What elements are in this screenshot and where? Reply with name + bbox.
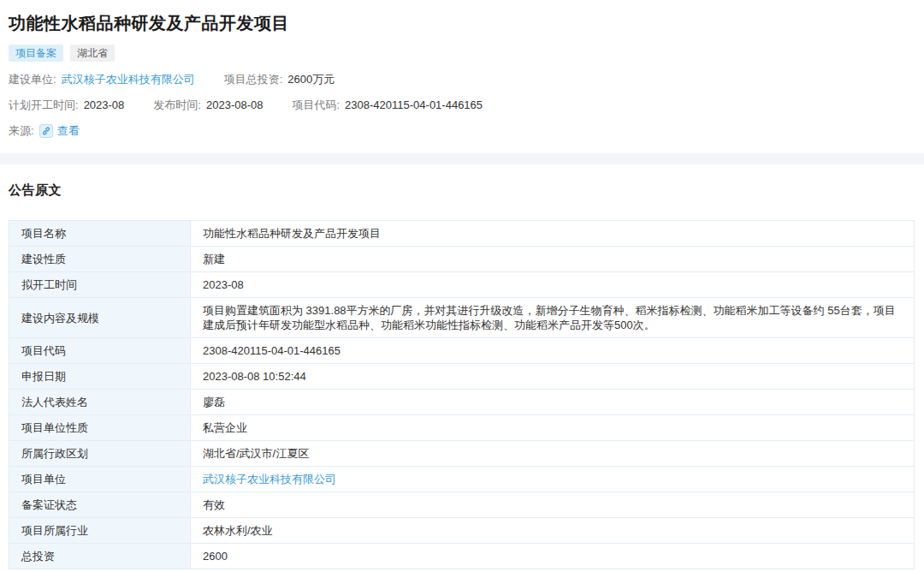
header-block: 功能性水稻品种研发及产品开发项目 项目备案 湖北省 建设单位: 武汉核子农业科技… [0, 0, 924, 139]
meta-line-source: 来源: 查看 [9, 123, 915, 139]
row-label: 项目单位性质 [9, 415, 191, 441]
row-value: 有效 [191, 492, 915, 518]
tag-project-record: 项目备案 [9, 45, 63, 62]
table-row: 总投资2600 [9, 544, 915, 569]
meta-publish-time: 发布时间: 2023-08-08 [153, 98, 263, 113]
announcement-section-title: 公告原文 [9, 164, 915, 199]
table-row: 申报日期2023-08-08 10:52:44 [9, 364, 915, 390]
project-detail-page: 功能性水稻品种研发及产品开发项目 项目备案 湖北省 建设单位: 武汉核子农业科技… [0, 0, 924, 569]
table-row: 项目所属行业农林水利/农业 [9, 518, 915, 544]
row-value[interactable]: 武汉核子农业科技有限公司 [191, 467, 915, 492]
table-row: 项目名称功能性水稻品种研发及产品开发项目 [9, 221, 915, 247]
plan-start-value: 2023-08 [84, 98, 125, 113]
meta-builder: 建设单位: 武汉核子农业科技有限公司 [9, 72, 195, 87]
meta-plan-start: 计划开工时间: 2023-08 [9, 98, 124, 113]
announcement-table: 项目名称功能性水稻品种研发及产品开发项目建设性质新建拟开工时间2023-08建设… [9, 220, 915, 569]
meta-project-code: 项目代码: 2308-420115-04-01-446165 [292, 98, 483, 113]
source-view-link[interactable]: 查看 [39, 123, 80, 139]
plan-start-label: 计划开工时间: [9, 98, 79, 113]
table-row: 拟开工时间2023-08 [9, 272, 915, 298]
row-label: 项目名称 [9, 221, 191, 247]
row-value: 2308-420115-04-01-446165 [191, 338, 915, 364]
link-icon[interactable] [39, 124, 53, 138]
investment-label: 项目总投资: [224, 72, 283, 87]
project-code-label: 项目代码: [292, 98, 340, 113]
table-row: 项目单位武汉核子农业科技有限公司 [9, 467, 915, 492]
row-label: 拟开工时间 [9, 272, 191, 298]
row-value: 2023-08 [191, 272, 915, 298]
announcement-table-body: 项目名称功能性水稻品种研发及产品开发项目建设性质新建拟开工时间2023-08建设… [9, 221, 915, 569]
table-row: 所属行政区划湖北省/武汉市/江夏区 [9, 441, 915, 467]
row-value: 新建 [191, 247, 915, 272]
page-title: 功能性水稻品种研发及产品开发项目 [9, 0, 915, 35]
source-view-label[interactable]: 查看 [57, 123, 80, 139]
table-row: 项目单位性质私营企业 [9, 415, 915, 441]
table-row: 备案证状态有效 [9, 492, 915, 518]
row-label: 项目单位 [9, 467, 191, 492]
announcement-section: 公告原文 项目名称功能性水稻品种研发及产品开发项目建设性质新建拟开工时间2023… [0, 164, 924, 569]
row-value: 私营企业 [191, 415, 915, 441]
row-label: 建设内容及规模 [9, 298, 191, 338]
section-divider [0, 153, 924, 164]
row-value: 农林水利/农业 [191, 518, 915, 544]
meta-source: 来源: 查看 [9, 123, 80, 139]
investment-value: 2600万元 [287, 72, 335, 87]
row-value-link[interactable]: 武汉核子农业科技有限公司 [203, 473, 336, 486]
source-label: 来源: [9, 123, 34, 139]
table-row: 项目代码2308-420115-04-01-446165 [9, 338, 915, 364]
table-row: 法人代表姓名廖磊 [9, 390, 915, 415]
row-value: 2600 [191, 544, 915, 569]
builder-label: 建设单位: [9, 72, 56, 87]
table-row: 建设内容及规模项目购置建筑面积为 3391.88平方米的厂房，并对其进行升级改造… [9, 298, 915, 338]
row-label: 法人代表姓名 [9, 390, 191, 415]
row-label: 申报日期 [9, 364, 191, 390]
row-value: 功能性水稻品种研发及产品开发项目 [191, 221, 915, 247]
meta-investment: 项目总投资: 2600万元 [224, 72, 335, 87]
row-value: 2023-08-08 10:52:44 [191, 364, 915, 390]
row-value: 湖北省/武汉市/江夏区 [191, 441, 915, 467]
project-code-value: 2308-420115-04-01-446165 [345, 98, 483, 113]
meta-line-2: 计划开工时间: 2023-08 发布时间: 2023-08-08 项目代码: 2… [9, 98, 915, 113]
row-label: 建设性质 [9, 247, 191, 272]
table-row: 建设性质新建 [9, 247, 915, 272]
row-label: 备案证状态 [9, 492, 191, 518]
meta-line-1: 建设单位: 武汉核子农业科技有限公司 项目总投资: 2600万元 [9, 72, 915, 87]
publish-label: 发布时间: [153, 98, 201, 113]
row-label: 项目代码 [9, 338, 191, 364]
builder-company-link[interactable]: 武汉核子农业科技有限公司 [62, 72, 195, 87]
row-value: 项目购置建筑面积为 3391.88平方米的厂房，并对其进行升级改造，新增分子生物… [191, 298, 915, 338]
row-label: 项目所属行业 [9, 518, 191, 544]
tag-row: 项目备案 湖北省 [9, 45, 915, 62]
row-label: 所属行政区划 [9, 441, 191, 467]
tag-province: 湖北省 [70, 45, 115, 62]
row-value: 廖磊 [191, 390, 915, 415]
row-label: 总投资 [9, 544, 191, 569]
publish-value: 2023-08-08 [206, 98, 264, 113]
